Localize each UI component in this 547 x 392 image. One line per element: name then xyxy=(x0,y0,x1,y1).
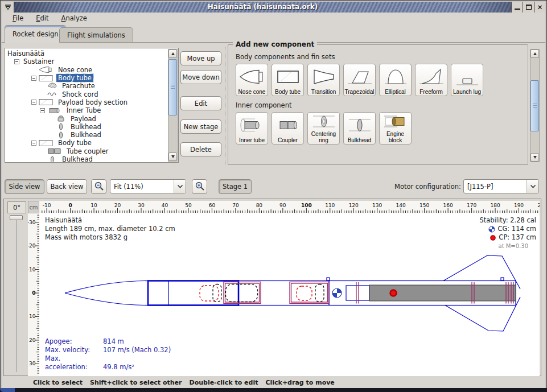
tree-item-bulkhead[interactable]: Bulkhead xyxy=(6,123,168,131)
minimize-button[interactable] xyxy=(511,2,523,13)
add-bulkhead-button[interactable]: Bulkhead xyxy=(343,112,376,145)
scroll-up-icon[interactable] xyxy=(168,49,177,58)
zoom-out-magnifier-icon xyxy=(94,181,104,191)
flight-stats: Apogee:814 mMax. velocity:107 m/s (Mach … xyxy=(45,337,171,372)
add-nose-cone-button[interactable]: Nose cone xyxy=(236,64,268,96)
tree-item-body-tube[interactable]: Body tube xyxy=(6,139,168,147)
delete-button[interactable]: Delete xyxy=(180,142,221,156)
zoom-in-button[interactable] xyxy=(192,179,207,194)
fin-upper[interactable] xyxy=(443,255,520,289)
tree-item-sustainer[interactable]: Sustainer xyxy=(6,57,168,65)
fin-lower[interactable] xyxy=(445,297,520,331)
palette-scrollbar[interactable] xyxy=(530,49,540,162)
rocket-info-text: HaisunäätäLength 189 cm, max. diameter 1… xyxy=(45,216,175,242)
palette-item-label: Inner tube xyxy=(239,138,265,144)
scroll-down-icon[interactable] xyxy=(168,152,177,161)
zoom-out-button[interactable] xyxy=(91,179,106,194)
svg-text:160: 160 xyxy=(443,203,453,208)
scroll-down-icon[interactable] xyxy=(530,153,539,162)
centeringring-icon xyxy=(310,113,338,131)
nose-cone-outline[interactable] xyxy=(65,281,148,294)
mass-component-outline[interactable] xyxy=(315,284,324,302)
palette-item-label: Centering ring xyxy=(308,131,339,143)
close-button[interactable]: ✕ xyxy=(534,2,545,13)
tab-flight-simulations[interactable]: Flight simulations xyxy=(59,27,133,43)
tree-scrollbar-thumb[interactable] xyxy=(168,59,177,115)
menubar: FileEditAnalyze xyxy=(2,13,545,23)
engine-mount-tube[interactable] xyxy=(346,286,369,300)
move-down-button[interactable]: Move down xyxy=(180,70,221,84)
coupler-icon xyxy=(274,114,302,138)
add-centering-ring-button[interactable]: Centering ring xyxy=(307,112,340,145)
add-elliptical-button[interactable]: Elliptical xyxy=(379,64,412,96)
tree-expander-icon[interactable] xyxy=(31,76,36,81)
payload-outline[interactable] xyxy=(226,284,258,302)
menu-edit[interactable]: Edit xyxy=(31,13,54,23)
move-up-button[interactable]: Move up xyxy=(180,51,221,65)
tree-item-bulkhead[interactable]: Bulkhead xyxy=(6,131,168,139)
cp-marker xyxy=(390,290,397,296)
status-hint: Double-click to edit xyxy=(190,379,258,386)
palette-scrollbar-thumb[interactable] xyxy=(530,80,539,131)
scroll-up-icon[interactable] xyxy=(530,49,539,58)
tree-item-parachute[interactable]: Parachute xyxy=(6,82,168,90)
edit-button[interactable]: Edit xyxy=(180,96,221,110)
svg-text:0: 0 xyxy=(68,203,72,208)
chevron-down-icon[interactable] xyxy=(527,180,538,193)
tab-rocket-design[interactable]: Rocket design xyxy=(5,25,66,43)
tree-item-inner-tube[interactable]: Inner Tube xyxy=(6,106,168,114)
tube-coupler[interactable] xyxy=(290,282,329,304)
stage-1-toggle[interactable]: Stage 1 xyxy=(219,179,252,194)
tree-expander-icon[interactable] xyxy=(40,108,45,113)
zoom-level-select[interactable]: Fit (11%) xyxy=(110,179,186,193)
rocket-canvas[interactable]: HaisunäätäLength 189 cm, max. diameter 1… xyxy=(39,213,540,376)
tree-expander-icon[interactable] xyxy=(31,100,36,105)
titlebar[interactable]: Haisunäätä (haisunaata.ork) ✕ xyxy=(2,2,545,13)
tree-item-payload-body-section[interactable]: Payload body section xyxy=(6,98,168,106)
inner-tube[interactable] xyxy=(225,283,260,302)
tree-item-shock-cord[interactable]: Shock cord xyxy=(6,90,168,98)
side-view-button[interactable]: Side view xyxy=(5,179,44,194)
back-view-button[interactable]: Back view xyxy=(47,179,87,194)
tree-expander-icon[interactable] xyxy=(31,141,36,146)
rocket-info-line: Haisunäätä xyxy=(45,216,175,225)
add-trapezoidal-button[interactable]: Trapezoidal xyxy=(343,64,376,96)
parachute-outline[interactable] xyxy=(297,286,312,300)
tree-item-haisun-t[interactable]: Haisunäätä xyxy=(6,49,168,57)
tree-item-payload[interactable]: Payload xyxy=(6,114,168,122)
palette-item-label: Freeform xyxy=(419,89,443,96)
rotation-slider-handle[interactable] xyxy=(10,215,23,220)
tree-item-nose-cone[interactable]: Nose cone xyxy=(6,66,168,74)
add-launch-lug-button[interactable]: Launch lug xyxy=(451,64,483,96)
maximize-button[interactable] xyxy=(523,2,534,13)
menu-analyze[interactable]: Analyze xyxy=(56,13,92,23)
rotation-slider-track[interactable] xyxy=(16,217,17,372)
launch-lug[interactable] xyxy=(327,278,330,280)
launch-lug[interactable] xyxy=(501,278,504,280)
menu-file[interactable]: File xyxy=(7,13,28,23)
svg-text:110: 110 xyxy=(325,203,335,208)
window-menu-icon[interactable] xyxy=(2,2,14,13)
palette-item-label: Bulkhead xyxy=(348,138,372,144)
nose-cone-outline[interactable] xyxy=(65,293,148,306)
parachute-outline[interactable] xyxy=(200,286,219,301)
tree-expander-icon[interactable] xyxy=(14,59,19,64)
add-transition-button[interactable]: Transition xyxy=(307,64,340,96)
tree-item-label: Bulkhead xyxy=(60,155,94,162)
add-engine-block-button[interactable]: Engine block xyxy=(379,112,412,145)
tree-item-bulkhead[interactable]: Bulkhead xyxy=(6,155,168,162)
add-freeform-button[interactable]: Freeform xyxy=(415,64,447,96)
add-inner-tube-button[interactable]: Inner tube xyxy=(236,112,268,145)
motor-configuration-select[interactable]: [J115-P] xyxy=(463,179,539,193)
tree-item-tube-coupler[interactable]: Tube coupler xyxy=(6,147,168,155)
trapezoidal-icon xyxy=(346,66,374,89)
tree-scrollbar[interactable] xyxy=(168,49,178,162)
new-stage-button[interactable]: New stage xyxy=(180,119,221,134)
rocket-info-line: Mass with motors 3832 g xyxy=(45,233,175,242)
svg-text:80: 80 xyxy=(256,203,263,208)
svg-text:50: 50 xyxy=(185,203,192,208)
tree-item-body-tube[interactable]: Body tube xyxy=(6,74,168,82)
add-body-tube-button[interactable]: Body tube xyxy=(272,64,304,96)
add-coupler-button[interactable]: Coupler xyxy=(272,112,304,145)
chevron-down-icon[interactable] xyxy=(174,180,186,193)
